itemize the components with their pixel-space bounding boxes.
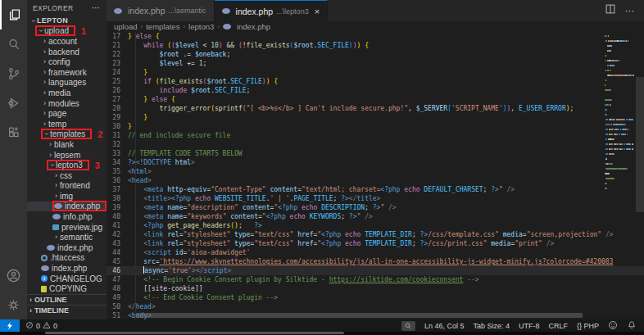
minimap-bar <box>610 70 610 71</box>
code-line-32[interactable]: 32 <box>107 140 644 149</box>
eol-sequence[interactable]: CRLF <box>548 322 568 330</box>
code-line-30[interactable]: 30} <box>107 122 644 131</box>
account-icon[interactable] <box>0 260 27 290</box>
explorer-icon[interactable] <box>0 0 27 29</box>
code-line-50[interactable]: 50</head> <box>107 302 644 311</box>
vertical-scrollbar[interactable] <box>636 77 644 212</box>
problems-status[interactable]: 00 <box>20 321 63 331</box>
file-tree: ›LEPTON›upload1›account›backend›config›f… <box>27 16 107 319</box>
token: $root <box>206 78 226 85</box>
code-line-29[interactable]: 29 } <box>107 113 644 122</box>
tree-item-LEPTON[interactable]: ›LEPTON <box>27 16 107 26</box>
token: /> <box>507 186 515 193</box>
remote-indicator[interactable] <box>0 319 20 332</box>
tree-item-languages[interactable]: ›languages <box>27 78 107 88</box>
tree-item-semantic[interactable]: ›semantic <box>27 232 107 242</box>
zoom-indicator[interactable] <box>401 321 415 331</box>
tree-item-.htaccess[interactable]: .htaccess <box>27 253 107 264</box>
tree-item-info.php[interactable]: info.php <box>27 211 107 222</box>
code-line-41[interactable]: 41 <?php get_page_headers(); ?> <box>107 221 644 230</box>
tree-item-account[interactable]: ›account <box>27 36 107 47</box>
breadcrumb-item-templates[interactable]: templates <box>146 22 179 31</box>
search-icon[interactable] <box>0 29 27 59</box>
breadcrumb-item-index.php[interactable]: index.php <box>237 22 270 31</box>
token: <?php <box>171 195 191 202</box>
split-editor-icon[interactable] <box>605 3 616 18</box>
more-actions-icon[interactable]: ⋯ <box>625 6 634 16</box>
code-line-49[interactable]: 49 <!-- End Cookie Consent plugin --> <box>107 293 644 302</box>
breadcrumb-item-upload[interactable]: upload <box>114 22 138 31</box>
code-line-40[interactable]: 40 <meta name="keywords" content="<?php … <box>107 212 644 221</box>
code-line-37[interactable]: 37 <meta http-equiv="Content-Type" conte… <box>107 185 644 194</box>
section-outline[interactable]: ›OUTLINE <box>27 294 107 305</box>
source-control-icon[interactable] <box>0 59 27 88</box>
tree-item-templates[interactable]: ›templates2 <box>27 129 107 140</box>
settings-gear-icon[interactable] <box>0 290 27 319</box>
code-line-24[interactable]: 24 } <box>107 68 644 77</box>
code-line-48[interactable]: 48 [[site-cookie]] <box>107 284 644 293</box>
code-editor[interactable]: 17} else {21 while (($level < 10) && (!f… <box>107 32 644 319</box>
tab-index.php-1[interactable]: index.php...\lepton3× <box>215 0 329 21</box>
tree-item-config[interactable]: ›config <box>27 57 107 67</box>
tree-item-CHANGELOG[interactable]: iCHANGELOG <box>27 274 107 284</box>
tree-item-lepton3[interactable]: ›lepton33 <box>27 160 107 170</box>
tree-item-css[interactable]: ›css <box>27 170 107 181</box>
tree-item-preview.jpg[interactable]: preview.jpg <box>27 222 107 233</box>
tab-index.php-0[interactable]: index.php...\semantic <box>107 0 215 21</box>
extensions-icon[interactable] <box>0 118 27 147</box>
code-line-43[interactable]: 43 <link rel="stylesheet" type="text/css… <box>107 239 644 248</box>
tree-item-backend[interactable]: ›backend <box>27 47 107 57</box>
code-line-35[interactable]: 35<html> <box>107 167 644 176</box>
code-line-44[interactable]: 44 <script id='aioa-adawidget' <box>107 248 644 257</box>
close-icon[interactable]: × <box>315 7 320 16</box>
token: trigger_error <box>160 105 211 112</box>
cursor-position[interactable]: Ln 46, Col 5 <box>424 322 465 330</box>
language-mode[interactable]: {} PHP <box>577 322 599 330</box>
encoding[interactable]: UTF-8 <box>519 322 540 330</box>
tree-item-COPYING[interactable]: COPYING <box>27 283 107 294</box>
code-line-33[interactable]: 33// TEMPLATE CODE STARTS BELOW <box>107 149 644 158</box>
notifications-bell-icon[interactable] <box>627 320 637 332</box>
tree-item-page[interactable]: ›page <box>27 108 107 119</box>
horizontal-scrollbar[interactable] <box>136 313 583 318</box>
minimap[interactable] <box>605 34 635 191</box>
tree-item-upload[interactable]: ›upload1 <box>27 26 107 37</box>
tree-item-framework[interactable]: ›framework <box>27 67 107 78</box>
code-line-38[interactable]: 38 <title><?php echo WEBSITE_TITLE.' | '… <box>107 194 644 203</box>
tree-item-blank[interactable]: ›blank <box>27 139 107 150</box>
code-line-42[interactable]: 42 <link rel="stylesheet" type="text/css… <box>107 230 644 239</box>
code-line-26[interactable]: 26 include $root.SEC_FILE; <box>107 86 644 95</box>
code-line-17[interactable]: 17} else { <box>107 32 644 41</box>
code-line-21[interactable]: 21 while (($level < 10) && (!file_exists… <box>107 41 644 50</box>
tree-item-index.php[interactable]: index.php <box>27 242 107 253</box>
code-line-22[interactable]: 22 $root .= $oneback; <box>107 50 644 59</box>
tree-item-img[interactable]: ›img <box>27 191 107 201</box>
section-timeline[interactable]: ›TIMELINE <box>27 305 107 315</box>
tree-item-index.php[interactable]: index.php <box>27 263 107 274</box>
code-line-39[interactable]: 39 <meta name="description" content="<?p… <box>107 203 644 212</box>
code-line-36[interactable]: 36<head> <box>107 176 644 185</box>
code-line-28[interactable]: 28 trigger_error(sprintf("[ <b>%s</b> ] … <box>107 104 644 113</box>
code-line-27[interactable]: 27 } else { <box>107 95 644 104</box>
code-line-46[interactable]: 46 async='true'></script> <box>107 266 644 275</box>
code-text: <html> <box>128 167 152 176</box>
breadcrumb-item-lepton3[interactable]: lepton3 <box>188 22 214 31</box>
code-line-45[interactable]: 45 src='https://www.skynettechnologies.c… <box>107 257 644 266</box>
feedback-smiley-icon[interactable] <box>608 320 618 332</box>
tree-item-index.php[interactable]: index.php4 <box>27 201 107 212</box>
page-hscrollbar[interactable] <box>45 332 344 334</box>
tree-item-media[interactable]: ›media <box>27 88 107 98</box>
tree-item-modules[interactable]: ›modules <box>27 98 107 109</box>
tree-item-frontend[interactable]: ›frontend <box>27 181 107 192</box>
tab-size[interactable]: Tab Size: 4 <box>473 322 510 330</box>
run-debug-icon[interactable] <box>0 88 27 118</box>
code-line-34[interactable]: 34?><!DOCTYPE html> <box>107 158 644 167</box>
code-line-47[interactable]: 47 <!-- Begin Cookie Consent plugin by S… <box>107 275 644 284</box>
code-line-25[interactable]: 25 if (file_exists($root.SEC_FILE)) { <box>107 77 644 86</box>
tree-item-temp[interactable]: ›temp <box>27 119 107 129</box>
code-line-31[interactable]: 31// end include secure file <box>107 131 644 140</box>
tree-item-lepsem[interactable]: ›lepsem <box>27 150 107 161</box>
breadcrumb[interactable]: upload›templates›lepton3›index.php <box>107 21 644 32</box>
code-line-23[interactable]: 23 $level += 1; <box>107 59 644 68</box>
more-actions-icon[interactable]: ⋯ <box>92 3 101 12</box>
